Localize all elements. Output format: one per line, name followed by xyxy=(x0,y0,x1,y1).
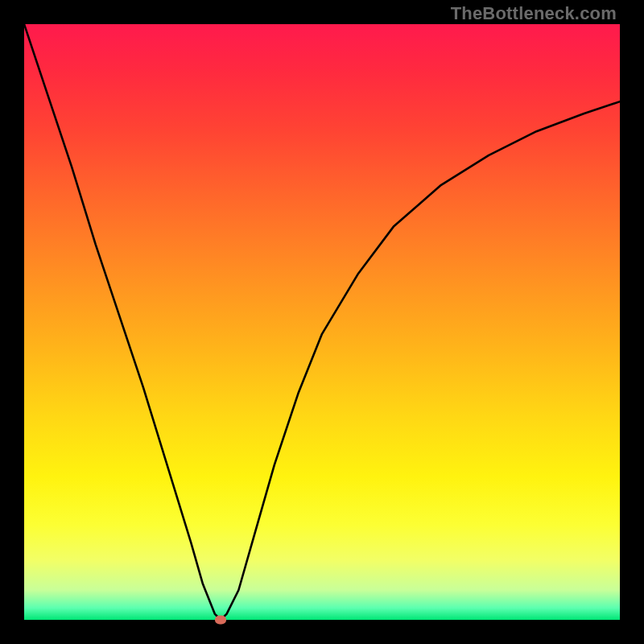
optimal-marker xyxy=(215,616,226,625)
watermark-text: TheBottleneck.com xyxy=(451,3,617,24)
plot-area xyxy=(24,24,620,620)
chart-frame: TheBottleneck.com xyxy=(0,0,644,644)
bottleneck-curve xyxy=(24,24,620,620)
